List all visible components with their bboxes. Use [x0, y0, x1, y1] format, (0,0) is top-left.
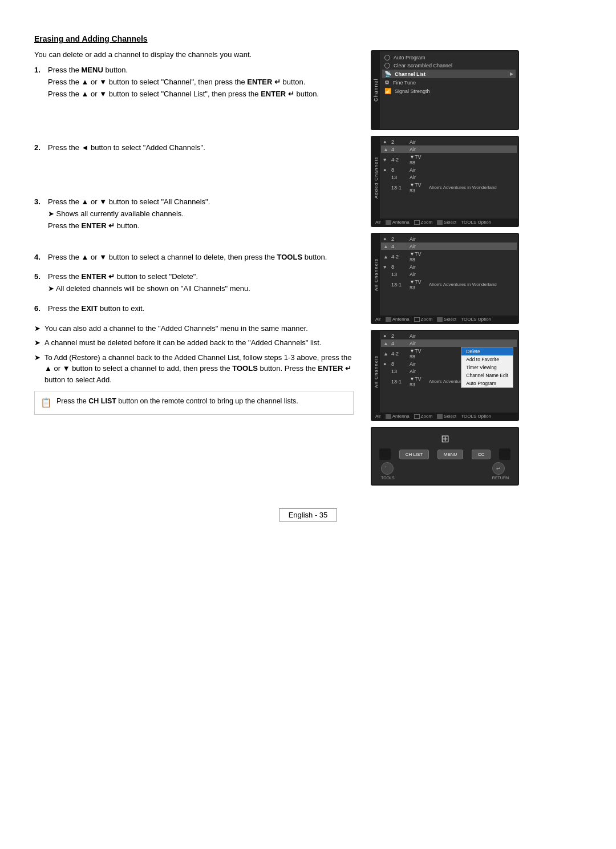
- s4-ch-num-6: 13-1: [391, 379, 407, 385]
- main-layout: You can delete or add a channel to displ…: [34, 50, 582, 486]
- screen3-ch-1: ● 2 Air: [381, 235, 517, 242]
- remote-control-mockup: ⊞ CH LIST MENU CC ⬛ TOOLS: [371, 427, 519, 486]
- ch-icon-2: ▲: [383, 147, 389, 152]
- s4-ch-icon-2: ▲: [383, 341, 389, 346]
- menu-icon-1: [384, 55, 390, 60]
- s3-ch-num-3: 4-2: [391, 254, 407, 260]
- note-1: ➤ You can also add a channel to the "Add…: [34, 323, 354, 334]
- status-antenna-4: Antenna: [386, 414, 410, 419]
- note-1-text: You can also add a channel to the "Added…: [44, 323, 354, 334]
- step-3-content: Press the ▲ or ▼ button to select "All C…: [48, 196, 354, 232]
- menu-arrow-3: ▶: [510, 71, 513, 76]
- screen2-ch-6: 13-1 ▼TV #3 Alice's Adventures in Wonder…: [381, 181, 517, 194]
- remote-btn-ch-list[interactable]: CH LIST: [399, 450, 429, 459]
- s4-ch-icon-3: ▲: [383, 351, 389, 357]
- menu-item-clear-scrambled: Clear Scrambled Channel: [382, 62, 516, 70]
- s3-ch-icon-1: ●: [383, 236, 389, 242]
- remote-right-notch: [499, 448, 510, 460]
- section-title: Erasing and Adding Channels: [34, 34, 582, 43]
- info-icon: 📋: [40, 396, 52, 410]
- screen3-inner: All Channels ● 2 Air ▲ 4 Air: [372, 234, 518, 316]
- page-footer: English - 35: [34, 508, 582, 521]
- step-1-content: Press the MENU button. Press the ▲ or ▼ …: [48, 64, 354, 100]
- s4-ch-num-4: 8: [391, 361, 407, 367]
- screen4-sidebar-label: All Channels: [372, 331, 380, 413]
- s3-status-sq-2: [414, 317, 420, 322]
- status-tools-4: TOOLS Option: [461, 414, 491, 419]
- ctx-auto-program: Auto Program: [461, 379, 513, 387]
- status-tools-3: TOOLS Option: [461, 317, 491, 322]
- s3-ch-type-4: Air: [410, 264, 427, 270]
- s3-ch-type-1: Air: [410, 236, 427, 242]
- screen3-all-channels: All Channels ● 2 Air ▲ 4 Air: [371, 233, 519, 324]
- status-sq-1: [386, 220, 391, 225]
- step-4: 4. Press the ▲ or ▼ button to select a c…: [34, 252, 354, 264]
- step-2-content: Press the ◄ button to select "Added Chan…: [48, 142, 354, 154]
- status-sq-3: [437, 220, 443, 225]
- menu-icon-3: 📡: [384, 71, 391, 77]
- remote-label-return: RETURN: [492, 476, 509, 480]
- ch-type-6: ▼TV #3: [410, 182, 427, 193]
- remote-return-group: ↩ RETURN: [492, 462, 509, 480]
- screen2-added-channels: Added Channels ● 2 Air ▲ 4 Air: [371, 136, 519, 227]
- ch-type-5: Air: [410, 175, 427, 180]
- step-3-number: 3.: [34, 196, 46, 232]
- screen3-ch-2: ▲ 4 Air: [381, 242, 517, 250]
- s3-ch-name-6: Alice's Adventures in Wonderland: [429, 282, 514, 287]
- step-5-number: 5.: [34, 271, 46, 295]
- step-2-number: 2.: [34, 142, 46, 154]
- remote-btn-tools[interactable]: ⬛: [381, 462, 394, 475]
- page-content: Erasing and Adding Channels You can dele…: [0, 0, 616, 556]
- ch-type-2: Air: [410, 147, 427, 152]
- arrow-3: ➤: [34, 352, 44, 386]
- ctx-delete: Delete: [461, 347, 513, 355]
- remote-btn-return[interactable]: ↩: [492, 462, 505, 475]
- menu-item-signal-strength: 📶 Signal Strength: [382, 87, 516, 95]
- s4-status-sq-3: [437, 414, 443, 419]
- status-select-4: Select: [437, 414, 456, 419]
- s3-ch-num-4: 8: [391, 264, 407, 270]
- screen3-ch-5: 13 Air: [381, 270, 517, 278]
- s3-ch-icon-4: ♥: [383, 264, 389, 270]
- step-6: 6. Press the EXIT button to exit.: [34, 303, 354, 315]
- step-5: 5. Press the ENTER ↵ button to select "D…: [34, 271, 354, 295]
- screen2-sidebar-label: Added Channels: [372, 137, 380, 219]
- remote-btn-cc[interactable]: CC: [472, 450, 491, 459]
- screen3-ch-6: 13-1 ▼TV #3 Alice's Adventures in Wonder…: [381, 278, 517, 291]
- screen1-channel-menu: Channel Auto Program Clear Scrambled Cha…: [371, 50, 519, 130]
- step-2: 2. Press the ◄ button to select "Added C…: [34, 142, 354, 154]
- s4-ch-num-1: 2: [391, 333, 407, 339]
- s3-ch-icon-2: ▲: [383, 244, 389, 249]
- screen1-sidebar-label: Channel: [372, 51, 380, 129]
- step-1: 1. Press the MENU button. Press the ▲ or…: [34, 64, 354, 100]
- s3-ch-icon-3: ▲: [383, 254, 389, 260]
- note-2-text: A channel must be deleted before it can …: [44, 337, 354, 349]
- s4-ch-type-2: Air: [410, 341, 427, 346]
- status-tools-2: TOOLS Option: [461, 220, 491, 225]
- s4-ch-type-6: ▼TV #3: [410, 376, 427, 387]
- remote-btn-menu[interactable]: MENU: [437, 450, 464, 459]
- step-3: 3. Press the ▲ or ▼ button to select "Al…: [34, 196, 354, 232]
- ch-icon-3: ♥: [383, 157, 389, 163]
- s3-ch-type-6: ▼TV #3: [410, 279, 427, 290]
- menu-label-5: Signal Strength: [395, 88, 513, 94]
- menu-icon-4: ⚙: [384, 79, 390, 86]
- text-column: You can delete or add a channel to displ…: [34, 50, 354, 486]
- menu-item-channel-list: 📡 Channel List ▶: [382, 70, 516, 78]
- menu-label-1: Auto Program: [394, 55, 513, 60]
- arrow-1: ➤: [34, 323, 44, 334]
- s4-status-sq-2: [414, 414, 420, 419]
- ch-num-5: 13: [391, 175, 407, 180]
- screen4-delete-context: All Channels ● 2 Air ▲ 4 Air: [371, 330, 519, 421]
- note-3: ➤ To Add (Restore) a channel back to the…: [34, 352, 354, 386]
- ch-type-1: Air: [410, 139, 427, 145]
- s3-ch-num-2: 4: [391, 244, 407, 249]
- step-6-number: 6.: [34, 303, 46, 315]
- screen3-channel-list: ● 2 Air ▲ 4 Air ▲ 4-: [380, 234, 518, 316]
- screen1-menu-area: Auto Program Clear Scrambled Channel 📡 C…: [380, 51, 518, 129]
- ch-icon-1: ●: [383, 139, 389, 145]
- menu-icon-5: 📶: [384, 88, 391, 94]
- screen2-inner: Added Channels ● 2 Air ▲ 4 Air: [372, 137, 518, 219]
- ch-type-3: ▼TV #8: [410, 154, 427, 165]
- info-box: 📋 Press the CH LIST button on the remote…: [34, 391, 354, 415]
